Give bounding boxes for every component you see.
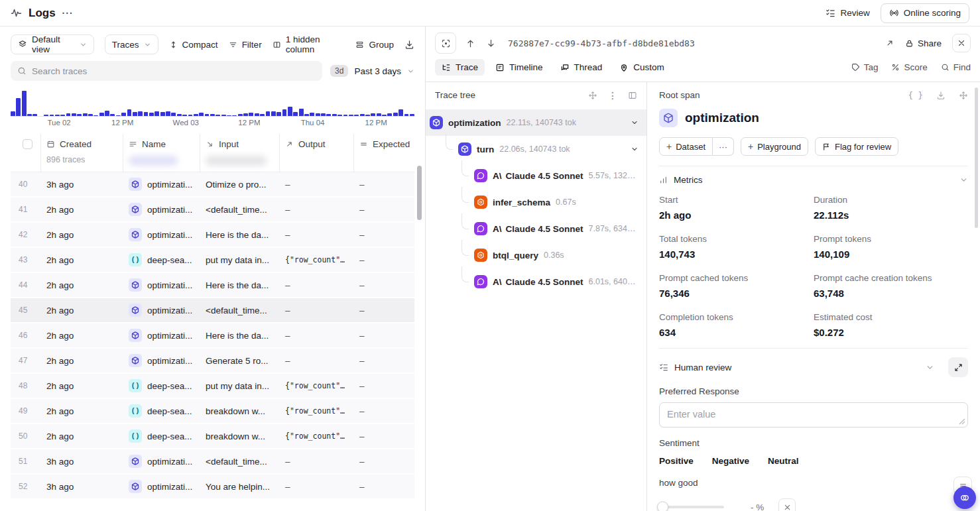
columns-icon: [273, 40, 281, 49]
row-created: 3h ago: [41, 180, 123, 190]
view-selector[interactable]: Default view: [11, 34, 94, 54]
row-number: 52: [11, 482, 41, 491]
logo-waveform-icon: [11, 7, 22, 19]
span-type-icon: [474, 196, 487, 209]
download-button[interactable]: [404, 40, 414, 50]
trace-tree-node[interactable]: infer_schema 0.67s: [426, 189, 646, 215]
tab-trace[interactable]: Trace: [435, 59, 485, 76]
row-created: 2h ago: [41, 406, 123, 416]
table-row[interactable]: 48 2h ago () deep-sea... put my data in.…: [11, 374, 414, 399]
prev-trace-button[interactable]: [464, 38, 477, 48]
json-view-icon[interactable]: { }: [908, 90, 923, 100]
table-row[interactable]: 41 2h ago optimizati... <default_time...…: [11, 198, 414, 223]
score-button[interactable]: Score: [891, 62, 927, 72]
search-input[interactable]: [32, 66, 316, 76]
column-header-expected[interactable]: Expected: [354, 134, 415, 154]
close-panel-button[interactable]: [952, 34, 971, 52]
table-row[interactable]: 45 2h ago optimizati... <default_time...…: [11, 298, 414, 323]
row-expected: –: [354, 331, 414, 341]
metric-value: 634: [659, 327, 814, 338]
row-created: 3h ago: [41, 457, 123, 467]
move-icon[interactable]: [959, 91, 968, 100]
select-all-checkbox[interactable]: [23, 139, 32, 149]
table-row[interactable]: 50 2h ago () deep-sea... breakdown w... …: [11, 424, 414, 449]
page-menu-button[interactable]: ···: [62, 8, 74, 19]
compact-toggle[interactable]: Compact: [169, 40, 218, 50]
tab-custom[interactable]: Custom: [613, 59, 671, 76]
trace-tree-node[interactable]: turn 22.06s, 140743 tok: [426, 136, 646, 162]
slider-thumb[interactable]: [657, 502, 668, 511]
more-options-icon[interactable]: ⋮: [608, 91, 617, 100]
row-created: 2h ago: [41, 356, 123, 366]
table-row[interactable]: 52 3h ago optimizati... You are helpin..…: [11, 475, 414, 500]
table-row[interactable]: 40 3h ago optimizati... Otimize o pro...…: [11, 172, 414, 198]
chevron-down-icon[interactable]: [631, 145, 639, 153]
clear-score-button[interactable]: [778, 498, 796, 511]
sentiment-option-negative[interactable]: Negative: [712, 456, 749, 466]
dataset-more-button[interactable]: ···: [713, 137, 734, 156]
share-button[interactable]: Share: [905, 38, 942, 48]
trace-volume-histogram[interactable]: Tue 0212 PMWed 0312 PMThu 0412 PM: [11, 90, 414, 129]
panel-layout-icon[interactable]: [628, 91, 637, 100]
histogram-bar: [105, 111, 109, 116]
add-to-dataset-button[interactable]: +Dataset: [659, 137, 713, 156]
sentiment-option-positive[interactable]: Positive: [659, 456, 694, 466]
flag-for-review-button[interactable]: Flag for review: [815, 137, 898, 156]
span-type-icon: [430, 116, 443, 129]
expand-review-button[interactable]: [948, 357, 968, 377]
trace-tree-node[interactable]: A\ Claude 4.5 Sonnet 5.57s, 13283 tok: [426, 162, 646, 189]
download-icon[interactable]: [936, 91, 946, 100]
histogram-bar: [121, 113, 126, 116]
chevron-down-icon[interactable]: [959, 176, 968, 184]
focus-trace-button[interactable]: [435, 32, 456, 54]
traces-selector[interactable]: Traces: [105, 34, 158, 54]
preferred-response-input[interactable]: Enter value: [659, 402, 968, 427]
sentiment-option-neutral[interactable]: Neutral: [768, 456, 799, 466]
row-height-icon: [169, 40, 178, 49]
group-button[interactable]: Group: [355, 40, 394, 50]
tab-thread[interactable]: Thread: [554, 59, 609, 76]
trace-tree-node[interactable]: A\ Claude 4.5 Sonnet 6.01s, 64034 tok: [426, 268, 646, 295]
chevron-down-icon[interactable]: [631, 119, 639, 127]
table-row[interactable]: 49 2h ago () deep-sea... breakdown w... …: [11, 399, 414, 424]
table-row[interactable]: 42 2h ago optimizati... Here is the da..…: [11, 223, 414, 248]
table-row[interactable]: 43 2h ago () deep-sea... put my data in.…: [11, 248, 414, 273]
table-scrollbar[interactable]: [417, 166, 422, 220]
metric-label: Completion tokens: [659, 312, 814, 322]
tree-node-meta: 5.57s, 13283 tok: [589, 171, 639, 180]
tab-timeline[interactable]: Timeline: [489, 59, 550, 76]
tree-connector: [461, 213, 469, 229]
trace-tree-node[interactable]: btql_query 0.36s: [426, 242, 646, 268]
table-row[interactable]: 46 2h ago optimizati... Here is the da..…: [11, 323, 414, 349]
next-trace-button[interactable]: [485, 38, 497, 48]
time-range-selector[interactable]: 3d Past 3 days: [330, 65, 414, 77]
trace-tree-node[interactable]: optimization 22.11s, 140743 tok: [426, 109, 646, 136]
column-header-input[interactable]: Input: [200, 134, 280, 154]
column-header-created[interactable]: Created: [41, 134, 123, 154]
table-row[interactable]: 51 3h ago optimizati... <default_time...…: [11, 449, 414, 475]
row-number: 51: [11, 457, 41, 466]
move-icon[interactable]: [588, 91, 597, 100]
column-header-output[interactable]: Output: [280, 134, 354, 154]
open-external-icon[interactable]: [885, 38, 894, 48]
review-button[interactable]: Review: [826, 8, 869, 18]
column-header-name[interactable]: Name: [123, 134, 200, 154]
assistant-floating-button[interactable]: [953, 486, 976, 509]
histogram-bar: [221, 115, 226, 116]
online-scoring-button[interactable]: Online scoring: [881, 3, 969, 23]
table-row[interactable]: 44 2h ago optimizati... Here is the da..…: [11, 273, 414, 298]
search-traces-box[interactable]: [11, 61, 322, 81]
tree-connector: [446, 134, 453, 150]
hidden-column-button[interactable]: 1 hidden column: [273, 34, 345, 54]
tag-button[interactable]: Tag: [851, 62, 879, 72]
resize-handle-icon[interactable]: [959, 418, 965, 425]
trace-tree-node[interactable]: A\ Claude 4.5 Sonnet 7.87s, 63426 tok: [426, 215, 646, 242]
filter-button[interactable]: Filter: [229, 40, 262, 50]
add-to-playground-button[interactable]: +Playground: [741, 137, 808, 156]
find-button[interactable]: Find: [941, 62, 971, 72]
percent-icon: [891, 63, 900, 72]
how-good-slider[interactable]: [659, 506, 724, 508]
table-row[interactable]: 47 2h ago optimizati... Generate 5 ro...…: [11, 349, 414, 374]
chevron-down-icon[interactable]: [926, 363, 934, 372]
detail-scrollbar[interactable]: [975, 87, 978, 228]
